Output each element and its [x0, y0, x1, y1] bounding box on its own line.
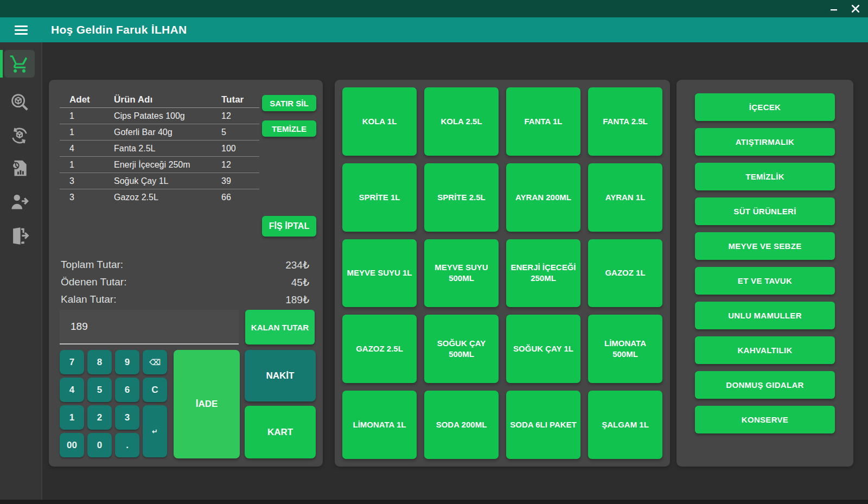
amount-input[interactable]: [60, 310, 239, 344]
minimize-icon: [830, 5, 838, 12]
remaining-value: 189₺: [285, 294, 309, 306]
backspace-key[interactable]: ⌫: [143, 350, 167, 374]
table-row[interactable]: 1 Cips Patates 100g 12: [60, 108, 259, 124]
cancel-receipt-button[interactable]: FİŞ İPTAL: [262, 216, 316, 237]
category-button[interactable]: KAHVALTILIK: [695, 336, 835, 364]
refund-button[interactable]: İADE: [174, 350, 240, 458]
total-label: Toplam Tutar:: [61, 259, 123, 271]
row-adet: 1: [60, 127, 114, 137]
row-adet: 1: [60, 111, 114, 121]
category-button[interactable]: ET VE TAVUK: [695, 267, 835, 295]
category-button[interactable]: SÜT ÜRÜNLERİ: [695, 197, 835, 225]
sidebar-item-sales[interactable]: [4, 50, 35, 78]
minimize-button[interactable]: [827, 2, 841, 16]
table-row[interactable]: 1 Enerji İçeceği 250m 12: [60, 157, 259, 173]
clear-button[interactable]: TEMİZLE: [262, 120, 316, 137]
key-00[interactable]: 00: [60, 433, 84, 457]
clear-key[interactable]: C: [143, 378, 167, 402]
row-urun: Cips Patates 100g: [114, 111, 221, 121]
product-button[interactable]: LİMONATA 1L: [342, 391, 417, 459]
key-3[interactable]: 3: [115, 405, 139, 430]
key-8[interactable]: 8: [87, 350, 112, 374]
product-button[interactable]: FANTA 2.5L: [588, 87, 662, 156]
key-6[interactable]: 6: [115, 378, 139, 402]
product-button[interactable]: AYRAN 1L: [588, 163, 662, 232]
product-button[interactable]: AYRAN 200ML: [506, 163, 580, 232]
col-adet: Adet: [60, 94, 114, 105]
close-icon: [852, 5, 859, 12]
table-row[interactable]: 3 Gazoz 2.5L 66: [60, 189, 259, 206]
hamburger-icon: [15, 25, 28, 27]
product-button[interactable]: SPRİTE 2.5L: [424, 163, 499, 232]
product-button[interactable]: ENERJİ İÇECEĞİ 250ML: [506, 239, 580, 308]
close-button[interactable]: [848, 2, 863, 16]
sync-box-icon: [9, 125, 30, 146]
row-adet: 3: [60, 176, 114, 186]
window-bottom-edge: [0, 500, 868, 504]
product-button[interactable]: GAZOZ 2.5L: [342, 315, 417, 383]
header: Hoş Geldin Faruk İLHAN: [0, 17, 868, 42]
row-urun: Gazoz 2.5L: [114, 193, 221, 202]
product-button[interactable]: SODA 200ML: [424, 391, 499, 459]
row-urun: Enerji İçeceği 250m: [114, 160, 221, 170]
product-button[interactable]: KOLA 2.5L: [424, 87, 499, 156]
key-5[interactable]: 5: [87, 378, 112, 402]
product-button[interactable]: KOLA 1L: [342, 87, 417, 156]
table-header: Adet Ürün Adı Tutar: [60, 92, 259, 108]
card-button[interactable]: KART: [245, 406, 316, 458]
remaining-label: Kalan Tutar:: [61, 294, 116, 305]
row-adet: 1: [60, 160, 114, 170]
categories-panel: İÇECEKATIŞTIRMALIKTEMİZLİKSÜT ÜRÜNLERİME…: [676, 80, 853, 467]
sidebar-item-product-search[interactable]: [4, 88, 35, 116]
category-button[interactable]: ATIŞTIRMALIK: [695, 128, 835, 156]
sidebar-item-user-transfer[interactable]: [4, 188, 35, 215]
row-tutar: 12: [221, 160, 259, 170]
col-urun: Ürün Adı: [114, 94, 221, 105]
category-button[interactable]: DONMUŞ GIDALAR: [695, 371, 835, 399]
product-button[interactable]: SOĞUK ÇAY 500ML: [424, 315, 499, 383]
row-urun: Goferli Bar 40g: [114, 127, 221, 137]
row-urun: Soğuk Çay 1L: [114, 176, 221, 186]
product-button[interactable]: SOĞUK ÇAY 1L: [506, 315, 580, 383]
product-button[interactable]: SODA 6LI PAKET: [506, 391, 580, 459]
product-button[interactable]: SPRİTE 1L: [342, 163, 417, 232]
key-2[interactable]: 2: [87, 405, 112, 430]
titlebar: [0, 0, 868, 17]
sidebar-item-exit[interactable]: [4, 222, 35, 250]
product-button[interactable]: GAZOZ 1L: [588, 239, 662, 308]
remaining-amount-button[interactable]: KALAN TUTAR: [245, 310, 315, 344]
row-adet: 4: [60, 144, 114, 154]
row-tutar: 66: [221, 193, 259, 202]
category-button[interactable]: MEYVE VE SEBZE: [695, 232, 835, 260]
table-row[interactable]: 1 Goferli Bar 40g 5: [60, 124, 259, 141]
product-button[interactable]: ŞALGAM 1L: [588, 391, 662, 459]
key-9[interactable]: 9: [115, 350, 139, 374]
sidebar: [0, 42, 42, 500]
key-0[interactable]: 0: [87, 433, 112, 457]
category-button[interactable]: UNLU MAMULLER: [695, 302, 835, 329]
product-button[interactable]: FANTA 1L: [506, 87, 580, 156]
category-button[interactable]: İÇECEK: [695, 93, 835, 121]
menu-button[interactable]: [15, 25, 28, 35]
product-button[interactable]: LİMONATA 500ML: [588, 315, 662, 383]
product-button[interactable]: MEYVE SUYU 500ML: [424, 239, 499, 308]
table-row[interactable]: 3 Soğuk Çay 1L 39: [60, 173, 259, 189]
sidebar-item-stock-sync[interactable]: [4, 122, 35, 149]
product-button[interactable]: MEYVE SUYU 1L: [342, 239, 417, 308]
key-4[interactable]: 4: [60, 378, 84, 402]
key-7[interactable]: 7: [60, 350, 84, 374]
report-document-icon: [9, 158, 30, 178]
enter-key[interactable]: ↵: [143, 405, 167, 457]
welcome-title: Hoş Geldin Faruk İLHAN: [51, 23, 187, 36]
category-button[interactable]: KONSERVE: [695, 406, 835, 433]
sidebar-item-reports[interactable]: [4, 154, 35, 182]
totals: Toplam Tutar:234₺ Ödenen Tutar:45₺ Kalan…: [61, 256, 309, 308]
category-button[interactable]: TEMİZLİK: [695, 163, 835, 190]
table-row[interactable]: 4 Fanta 2.5L 100: [60, 141, 259, 157]
key-dot[interactable]: .: [115, 433, 139, 457]
delete-row-button[interactable]: SATIR SİL: [262, 95, 316, 111]
active-indicator: [0, 50, 3, 78]
key-1[interactable]: 1: [60, 405, 84, 430]
cash-button[interactable]: NAKİT: [245, 350, 316, 401]
receipt-table: Adet Ürün Adı Tutar 1 Cips Patates 100g …: [60, 92, 259, 206]
